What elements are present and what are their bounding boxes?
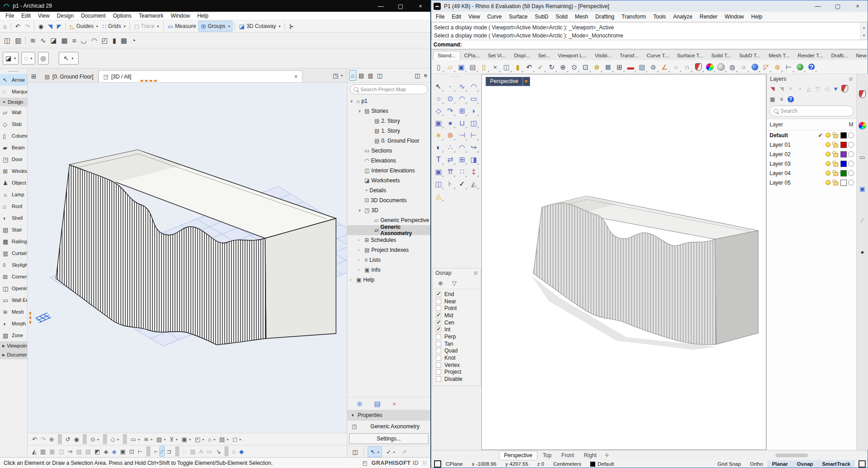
units-cell[interactable]: Centimeters bbox=[549, 461, 586, 467]
bottombar-icon[interactable]: ≋ bbox=[142, 434, 154, 444]
viewport-tab[interactable]: Right bbox=[579, 451, 601, 460]
bottombar-icon[interactable]: ◻ bbox=[231, 434, 243, 444]
statusbar-toggle[interactable]: Planar bbox=[767, 460, 792, 468]
toolbox-group-design[interactable]: ▼ Design bbox=[0, 97, 27, 107]
bomb-tab-icon[interactable]: ● bbox=[858, 247, 867, 256]
bottombar-icon[interactable]: ▤ bbox=[217, 434, 230, 444]
viewport-tab[interactable]: Top bbox=[538, 451, 556, 460]
layer-lock-icon[interactable] bbox=[833, 181, 838, 185]
close-button[interactable]: × bbox=[411, 0, 430, 12]
check-icon[interactable]: ✓ bbox=[456, 178, 468, 190]
layers-search-input[interactable]: Search bbox=[770, 106, 854, 116]
horizontal-scrollbar[interactable] bbox=[775, 454, 808, 457]
zoom-selected-icon[interactable]: ⊛ bbox=[591, 61, 602, 73]
sphere-icon[interactable]: ● bbox=[444, 117, 456, 129]
toolbox-item[interactable]: ↖ Arrow bbox=[0, 74, 27, 86]
duplicate-layer-icon[interactable]: ◔ bbox=[795, 84, 804, 93]
tree-item[interactable]: › ▣ Help bbox=[347, 275, 430, 285]
toolbox-item[interactable]: ⌂ Roof bbox=[0, 200, 27, 212]
toolbar-item[interactable]: ◤ bbox=[55, 21, 64, 31]
new-sublayer-icon[interactable]: ◥ bbox=[777, 84, 786, 93]
bottombar-icon[interactable]: ⌂ bbox=[230, 446, 238, 456]
layer-material-icon[interactable] bbox=[848, 161, 854, 167]
project-map-search-input[interactable]: Search Project Map bbox=[350, 84, 428, 94]
checkbox[interactable] bbox=[436, 348, 441, 353]
osnap-option[interactable]: Point bbox=[433, 305, 481, 312]
osnap-option[interactable]: Knot bbox=[433, 354, 481, 361]
tree-item[interactable]: ∨ ⌂ p1 bbox=[347, 96, 430, 106]
toolbar-tab[interactable]: CPla... bbox=[460, 51, 484, 60]
osnap-option[interactable]: Cen bbox=[433, 319, 481, 326]
pyramid-icon[interactable]: ◬ bbox=[433, 190, 444, 202]
osnap-option[interactable]: Project bbox=[433, 369, 481, 376]
toolbox-item[interactable]: ▱ Wall bbox=[0, 107, 27, 118]
curve-icon[interactable]: ◠ bbox=[468, 80, 480, 93]
menu-item[interactable]: Transform bbox=[618, 14, 649, 20]
bottombar-icon[interactable] bbox=[58, 434, 62, 444]
layer-visibility-icon[interactable] bbox=[826, 152, 831, 157]
osnap-option[interactable]: Perp bbox=[433, 333, 481, 340]
open-file-icon[interactable]: ▱ bbox=[444, 61, 456, 73]
navigator-bottom-icon[interactable]: ✓ bbox=[384, 447, 397, 457]
tab-ground-floor[interactable]: ▤ [0. Ground Floor] bbox=[40, 71, 98, 82]
help-icon[interactable]: ? bbox=[806, 61, 817, 73]
osnap-option[interactable]: Int bbox=[433, 326, 481, 333]
tree-item[interactable]: ▱ Generic Axonometry bbox=[347, 225, 430, 235]
gear-icon[interactable]: ⊛ bbox=[772, 61, 783, 73]
toolbox-group-collapsed[interactable]: ▶ Viewpoints bbox=[0, 341, 27, 350]
command-history-scrollbar[interactable]: ▲ ▼ bbox=[860, 23, 867, 40]
toolbar-item[interactable]: ⊱ bbox=[287, 21, 296, 31]
bottombar-icon[interactable]: ◌ bbox=[181, 446, 188, 456]
navigator-bottom-icon[interactable]: ↗ bbox=[399, 447, 409, 457]
tree-item[interactable]: ◪ Worksheets bbox=[347, 176, 430, 185]
bottombar-icon[interactable] bbox=[83, 434, 87, 444]
tree-item[interactable]: › ⊞ Schedules bbox=[347, 235, 430, 245]
menu-item[interactable]: Edit bbox=[448, 14, 465, 20]
rotate-view-icon[interactable]: ↻ bbox=[546, 61, 557, 73]
osnap-option[interactable]: Mid bbox=[433, 312, 481, 319]
bottombar-icon[interactable] bbox=[224, 446, 229, 456]
map-icon[interactable]: ▨ bbox=[636, 61, 648, 73]
filter-icon[interactable]: ▼ bbox=[831, 84, 840, 93]
shaded-sphere-icon[interactable]: ◍ bbox=[727, 61, 738, 73]
tree-item[interactable]: ▤ 2. Story bbox=[347, 116, 430, 126]
menu-item[interactable]: View bbox=[34, 13, 53, 19]
layer-visibility-icon[interactable] bbox=[826, 133, 831, 138]
curve-blend-icon[interactable]: ↷ bbox=[444, 105, 456, 117]
statusbar-toggle[interactable]: Osnap bbox=[793, 460, 818, 468]
tree-item[interactable]: › ≡ Lists bbox=[347, 255, 430, 265]
tree-item[interactable]: › ▣ Info bbox=[347, 265, 430, 275]
layer-lock-icon[interactable] bbox=[833, 144, 838, 148]
chamfer-icon[interactable]: ↪ bbox=[468, 141, 480, 153]
monitor-tab-icon[interactable]: ▭ bbox=[858, 153, 867, 162]
zoom-extents-icon[interactable]: ⊠ bbox=[602, 61, 614, 73]
blue-sphere-icon[interactable]: · bbox=[749, 61, 761, 73]
layer-row[interactable]: Default ✓ bbox=[767, 130, 856, 140]
tree-item[interactable]: ∨ ▤ Stories bbox=[347, 106, 430, 116]
toolbar-tab[interactable]: Curve T... bbox=[643, 51, 673, 60]
layer-color-swatch[interactable] bbox=[840, 151, 847, 158]
toolbar-item[interactable]: ◉ bbox=[36, 21, 46, 31]
toolbox-item[interactable]: ◖ Morph bbox=[0, 318, 27, 329]
osnap-option[interactable]: Disable bbox=[433, 375, 481, 383]
gear-icon[interactable]: ⊛ bbox=[849, 76, 853, 82]
new-layer-icon[interactable]: ◥ bbox=[768, 84, 777, 93]
bottombar-icon[interactable]: ↺ bbox=[64, 434, 72, 444]
tree-item[interactable]: ▱ Generic Perspective bbox=[347, 215, 430, 225]
bottombar-icon[interactable]: ◩ bbox=[93, 446, 102, 456]
toolbar-tab[interactable]: Render T... bbox=[793, 51, 827, 60]
layer-material-icon[interactable] bbox=[848, 151, 854, 157]
layer-row[interactable]: Layer 05 bbox=[767, 178, 856, 187]
menu-item[interactable]: Help bbox=[194, 13, 212, 19]
navigator-button[interactable]: ▤ bbox=[372, 398, 383, 408]
toolbox-item[interactable]: ▤ Stair bbox=[0, 224, 27, 236]
checkbox[interactable] bbox=[436, 320, 441, 325]
toolbar-item[interactable] bbox=[11, 23, 11, 30]
menu-item[interactable]: Surface bbox=[505, 14, 531, 20]
rectangle-icon[interactable]: ▭ bbox=[468, 93, 480, 105]
toolbox-item[interactable]: ▯ Column bbox=[0, 130, 27, 142]
boom-icon[interactable]: ⊛ bbox=[444, 129, 456, 141]
bottombar-icon[interactable]: ▣ bbox=[180, 434, 193, 444]
wireframe-sphere-icon[interactable]: ○ bbox=[738, 61, 749, 73]
navigator-header-icon[interactable]: ⌂ bbox=[349, 70, 356, 81]
